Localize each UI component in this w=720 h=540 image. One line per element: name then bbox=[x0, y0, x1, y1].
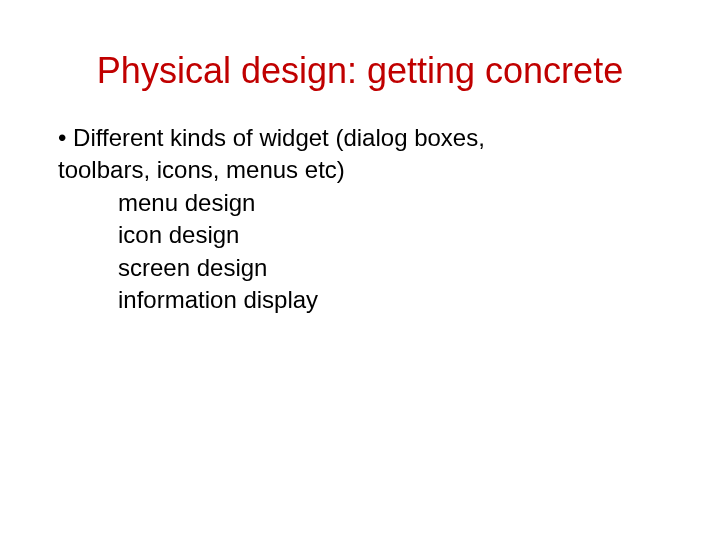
sub-item: menu design bbox=[58, 187, 670, 219]
bullet-text-line2: toolbars, icons, menus etc) bbox=[58, 154, 670, 186]
slide-title: Physical design: getting concrete bbox=[50, 50, 670, 92]
slide-container: Physical design: getting concrete • Diff… bbox=[0, 0, 720, 316]
sub-item: information display bbox=[58, 284, 670, 316]
bullet-text-line1: • Different kinds of widget (dialog boxe… bbox=[58, 122, 670, 154]
sub-item: screen design bbox=[58, 252, 670, 284]
sub-item: icon design bbox=[58, 219, 670, 251]
slide-content: • Different kinds of widget (dialog boxe… bbox=[50, 122, 670, 316]
